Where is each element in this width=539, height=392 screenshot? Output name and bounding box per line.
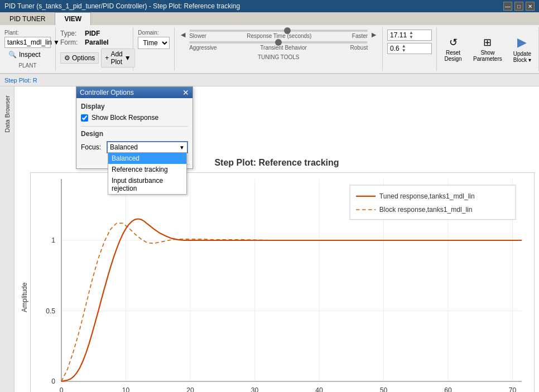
y-axis-label: Amplitude bbox=[19, 172, 30, 392]
show-block-response-label: Show Block Response bbox=[92, 114, 158, 122]
show-parameters-button[interactable]: ⊞ ShowParameters bbox=[468, 35, 507, 64]
svg-text:0: 0 bbox=[60, 386, 64, 392]
response-time-track bbox=[189, 30, 368, 32]
response-time-labels: Slower Response Time (seconds) Faster bbox=[189, 33, 368, 39]
ribbon-content: Plant: tanks1_mdl_lin ▼ 🔍 Inspect PLANT … bbox=[0, 25, 539, 74]
focus-dropdown-arrow: ▼ bbox=[179, 144, 185, 151]
value-2-spinner[interactable]: ▲ ▼ bbox=[402, 44, 406, 53]
tab-pid-tuner[interactable]: PID TUNER bbox=[0, 12, 55, 25]
value-1-down[interactable]: ▼ bbox=[409, 35, 413, 40]
close-button[interactable]: ✕ bbox=[526, 2, 535, 11]
svg-text:60: 60 bbox=[444, 386, 452, 392]
svg-text:70: 70 bbox=[509, 386, 517, 392]
main-area: Data Browser Controller Options ✕ Displa… bbox=[0, 86, 539, 392]
svg-text:Tuned response,tanks1_mdl_lin: Tuned response,tanks1_mdl_lin bbox=[379, 192, 475, 200]
tab-view[interactable]: VIEW bbox=[55, 12, 91, 25]
maximize-button[interactable]: □ bbox=[514, 2, 523, 11]
options-button[interactable]: ⚙ Options bbox=[60, 52, 99, 64]
chart-svg: 0 0.5 1 0 10 20 30 40 50 60 70 bbox=[30, 172, 535, 392]
add-plot-button[interactable]: + Add Plot ▼ bbox=[101, 49, 134, 67]
plot-with-axes: Amplitude bbox=[19, 172, 535, 392]
ribbon-tabs: PID TUNER VIEW bbox=[0, 12, 539, 25]
popup-close-button[interactable]: ✕ bbox=[182, 89, 189, 96]
response-time-slider-container: Slower Response Time (seconds) Faster bbox=[189, 30, 368, 39]
value-box-1: 17.11 ▲ ▼ bbox=[387, 30, 432, 41]
design-section-label: Design bbox=[81, 130, 188, 138]
popup-title-bar: Controller Options ✕ bbox=[76, 87, 192, 98]
focus-label: Focus: bbox=[81, 143, 103, 151]
gear-icon: ⚙ bbox=[64, 54, 70, 62]
action-section: ↺ ResetDesign ⊞ ShowParameters ▶ UpdateB… bbox=[437, 27, 539, 71]
update-block-button[interactable]: ▶ UpdateBlock ▾ bbox=[508, 33, 536, 65]
svg-text:20: 20 bbox=[186, 386, 194, 392]
response-time-left-nav[interactable]: ◄ bbox=[179, 30, 187, 39]
faster-label: Faster bbox=[352, 33, 368, 39]
breadcrumb-item[interactable]: Step Plot: R bbox=[4, 77, 37, 84]
add-plot-label: Add Plot bbox=[110, 50, 122, 66]
focus-option-disturbance[interactable]: Input disturbance rejection bbox=[108, 175, 186, 194]
tuning-section: ◄ Slower Response Time (seconds) Faster … bbox=[175, 27, 383, 71]
popup-separator bbox=[81, 126, 188, 127]
transient-row: Aggressive Transient Behavior Robust bbox=[179, 41, 378, 51]
svg-text:40: 40 bbox=[315, 386, 323, 392]
show-block-response-checkbox[interactable] bbox=[81, 114, 88, 122]
value-2-down[interactable]: ▼ bbox=[402, 49, 406, 53]
plot-area: Controller Options ✕ Display Show Block … bbox=[15, 86, 539, 392]
options-row: 🔍 Inspect bbox=[4, 48, 51, 61]
type-value: PIDF bbox=[85, 30, 100, 37]
plant-section: Plant: tanks1_mdl_lin ▼ 🔍 Inspect PLANT bbox=[0, 27, 56, 71]
svg-text:Block response,tanks1_mdl_lin: Block response,tanks1_mdl_lin bbox=[379, 206, 473, 214]
plant-dropdown[interactable]: tanks1_mdl_lin ▼ bbox=[4, 37, 51, 48]
add-icon: + bbox=[105, 54, 109, 62]
focus-option-balanced[interactable]: Balanced bbox=[108, 153, 186, 164]
response-time-label: Response Time (seconds) bbox=[247, 33, 311, 39]
breadcrumb-bar: Step Plot: R bbox=[0, 74, 539, 86]
svg-text:0.5: 0.5 bbox=[46, 307, 55, 315]
response-time-right-nav[interactable]: ► bbox=[370, 30, 378, 39]
form-row: Form: Parallel bbox=[60, 38, 128, 46]
svg-text:10: 10 bbox=[122, 386, 130, 392]
options-label: Options bbox=[72, 54, 95, 62]
domain-label: Domain: bbox=[138, 30, 170, 36]
inspect-button[interactable]: 🔍 Inspect bbox=[4, 49, 45, 60]
transient-track bbox=[189, 41, 368, 43]
controller-options-row: ⚙ Options + Add Plot ▼ bbox=[60, 47, 128, 69]
focus-selected: Balanced bbox=[110, 143, 179, 151]
svg-text:50: 50 bbox=[380, 386, 388, 392]
value-1: 17.11 bbox=[390, 31, 407, 39]
controller-section: Type: PIDF Form: Parallel ⚙ Options + Ad… bbox=[56, 27, 133, 71]
svg-text:0: 0 bbox=[51, 378, 55, 385]
reset-design-button[interactable]: ↺ ResetDesign bbox=[439, 35, 467, 64]
value-1-spinner[interactable]: ▲ ▼ bbox=[409, 31, 413, 40]
slower-label: Slower bbox=[189, 33, 206, 39]
popup-title: Controller Options bbox=[80, 89, 134, 96]
svg-rect-25 bbox=[350, 185, 516, 220]
show-params-icon: ⊞ bbox=[483, 36, 492, 49]
form-label: Form: bbox=[60, 38, 83, 46]
minimize-button[interactable]: — bbox=[503, 2, 512, 11]
type-row: Type: PIDF bbox=[60, 30, 128, 37]
value-2: 0.6 bbox=[390, 45, 400, 52]
sidebar-data-browser[interactable]: Data Browser bbox=[2, 91, 13, 137]
form-value: Parallel bbox=[85, 38, 109, 46]
value-box-2: 0.6 ▲ ▼ bbox=[387, 43, 432, 54]
domain-select[interactable]: Time bbox=[138, 37, 170, 49]
focus-dropdown[interactable]: Balanced ▼ Balanced Reference tracking I… bbox=[107, 141, 188, 153]
reset-icon: ↺ bbox=[449, 36, 458, 49]
domain-section: Domain: Time bbox=[133, 27, 175, 71]
show-params-label: ShowParameters bbox=[473, 50, 502, 62]
show-block-response-row: Show Block Response bbox=[81, 114, 188, 122]
aggressive-label: Aggressive bbox=[189, 45, 216, 51]
svg-text:1: 1 bbox=[51, 236, 55, 244]
focus-option-reference[interactable]: Reference tracking bbox=[108, 164, 186, 175]
plant-value: tanks1_mdl_lin bbox=[7, 38, 52, 46]
step-plot-container: Step Plot: Reference tracking Amplitude bbox=[15, 153, 539, 392]
window-controls: — □ ✕ bbox=[503, 2, 535, 11]
sidebar: Data Browser bbox=[0, 86, 15, 392]
add-plot-arrow: ▼ bbox=[124, 54, 131, 62]
tuning-tools-label: TUNING TOOLS bbox=[258, 54, 300, 60]
popup-content: Display Show Block Response Design Focus… bbox=[76, 98, 192, 160]
transient-slider-container: Aggressive Transient Behavior Robust bbox=[179, 41, 378, 51]
response-time-row: ◄ Slower Response Time (seconds) Faster … bbox=[179, 30, 378, 39]
display-section-label: Display bbox=[81, 103, 188, 110]
